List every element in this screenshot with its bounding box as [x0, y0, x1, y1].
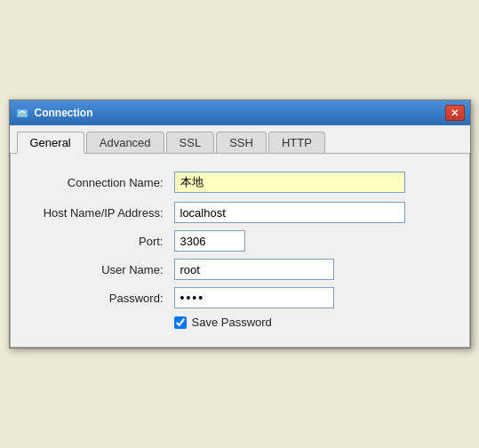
app-icon	[15, 106, 29, 120]
connection-name-input[interactable]	[174, 172, 405, 193]
port-row: Port:	[32, 230, 448, 252]
title-bar: Connection ✕	[10, 100, 470, 125]
host-row: Host Name/IP Address:	[32, 202, 448, 223]
tab-general[interactable]: General	[17, 132, 84, 154]
username-input[interactable]	[174, 259, 334, 280]
tab-advanced[interactable]: Advanced	[86, 132, 164, 154]
close-button[interactable]: ✕	[445, 105, 465, 121]
tab-ssl[interactable]: SSL	[166, 132, 215, 154]
password-row: Password:	[32, 287, 448, 308]
username-row: User Name:	[32, 259, 448, 280]
password-input[interactable]	[174, 287, 334, 308]
save-password-row: Save Password	[174, 316, 448, 329]
host-input[interactable]	[174, 202, 405, 223]
tab-bar: General Advanced SSL SSH HTTP	[10, 125, 470, 154]
save-password-checkbox[interactable]	[174, 316, 187, 329]
connection-dialog: Connection ✕ General Advanced SSL SSH HT…	[9, 100, 471, 348]
svg-point-1	[20, 114, 23, 116]
tab-ssh[interactable]: SSH	[216, 132, 267, 154]
title-bar-controls: ✕	[445, 105, 465, 121]
save-password-label[interactable]: Save Password	[192, 316, 272, 329]
port-input[interactable]	[174, 230, 245, 252]
title-text: Connection	[35, 107, 93, 119]
connection-name-row: Connection Name:	[32, 172, 448, 193]
host-label: Host Name/IP Address:	[32, 206, 174, 220]
username-label: User Name:	[32, 263, 174, 276]
tab-http[interactable]: HTTP	[268, 132, 325, 154]
title-bar-left: Connection	[15, 106, 93, 120]
form-content: Connection Name: Host Name/IP Address: P…	[10, 154, 470, 348]
connection-name-label: Connection Name:	[32, 176, 174, 189]
password-label: Password:	[32, 292, 174, 305]
port-label: Port:	[32, 235, 174, 248]
